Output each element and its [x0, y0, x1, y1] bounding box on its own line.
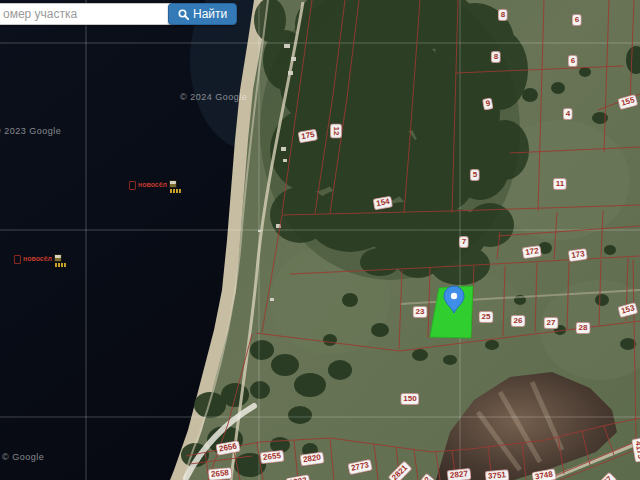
map-viewport[interactable]: 1751215415023252627281531721737115868694…: [0, 0, 640, 480]
parcel-number-label[interactable]: 11: [553, 178, 567, 190]
poi-label[interactable]: новосёл: [129, 181, 181, 193]
parcel-number-label[interactable]: 7: [459, 236, 469, 248]
parcel-number-label[interactable]: 5: [470, 169, 480, 181]
parcel-number-label[interactable]: 28: [576, 322, 591, 334]
parcel-number-label[interactable]: 12: [330, 124, 342, 139]
parcel-number-label[interactable]: 6: [568, 55, 578, 67]
parcel-number-label[interactable]: 8: [491, 51, 501, 63]
search-button-label: Найти: [193, 7, 227, 21]
poi-sublabel-marks: [170, 189, 181, 193]
parcel-number-label[interactable]: 26: [511, 315, 526, 327]
search-input[interactable]: [0, 3, 187, 25]
search-icon: [178, 9, 189, 20]
search-button[interactable]: Найти: [168, 3, 237, 25]
parcel-number-label[interactable]: 150: [400, 393, 419, 405]
house-icon: [129, 181, 136, 190]
pin-center-dot: [451, 293, 457, 299]
house-icon: [14, 255, 21, 264]
parcel-number-label[interactable]: 4: [563, 108, 573, 120]
parcel-search-bar: Найти: [0, 0, 640, 36]
parcel-number-label[interactable]: 3751: [485, 469, 510, 480]
poi-sublabel-marks: [55, 263, 66, 267]
parcel-number-label[interactable]: 27: [544, 317, 559, 329]
parcel-number-label[interactable]: 25: [479, 311, 494, 323]
poi-label[interactable]: новосёл: [14, 255, 66, 267]
parcel-number-label[interactable]: 23: [413, 306, 428, 318]
parcel-number-label[interactable]: 2827: [447, 468, 472, 480]
poi-label-text: новосёл: [23, 255, 52, 263]
satellite-map[interactable]: [0, 0, 640, 480]
parcel-number-label[interactable]: 2658: [208, 467, 233, 480]
flag-icon: [55, 255, 61, 261]
flag-icon: [170, 181, 176, 187]
poi-label-text: новосёл: [138, 181, 167, 189]
parcel-number-label[interactable]: 2655: [260, 450, 285, 464]
